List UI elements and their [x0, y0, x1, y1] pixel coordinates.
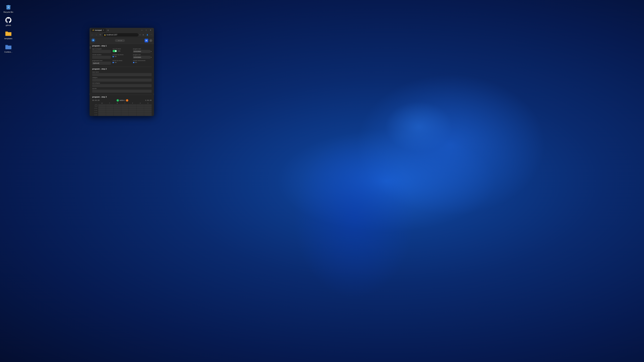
- program-start-calendar-icon[interactable]: ▾: [151, 51, 152, 52]
- include-assessments-radio-dot[interactable]: [133, 62, 134, 63]
- cell-1-m[interactable]: [98, 109, 106, 111]
- program-by-blocks-radio-dot[interactable]: [112, 56, 114, 57]
- day-header-W: W: [114, 102, 121, 104]
- schedule-header: 00:00:00 ‹ WEEK 1 › 0:00:00: [92, 99, 152, 102]
- cell-1-s2[interactable]: [144, 109, 152, 111]
- cell-h-t1[interactable]: [106, 104, 114, 106]
- header-action-button[interactable]: [144, 39, 148, 42]
- schedule-row-0: [98, 106, 152, 108]
- progression-level-select[interactable]: (optional): [92, 62, 111, 65]
- cell-3-m[interactable]: [98, 113, 106, 115]
- cell-0-w[interactable]: [114, 106, 121, 108]
- save-name-input[interactable]: [92, 73, 152, 76]
- cell-3-t1[interactable]: [106, 113, 114, 115]
- blocks-by-weeks-radio-dot[interactable]: [112, 62, 114, 63]
- overall-duration-label: overall duration: [92, 54, 111, 55]
- cell-0-t2[interactable]: [121, 106, 129, 108]
- cell-4-t2[interactable]: [121, 115, 129, 116]
- cell-0-m[interactable]: [98, 106, 106, 108]
- cell-4-m[interactable]: [98, 115, 106, 116]
- profile-button[interactable]: 👤: [146, 33, 149, 36]
- cell-h-s1[interactable]: [136, 104, 144, 106]
- reload-button[interactable]: ↻: [98, 33, 102, 36]
- forward-button[interactable]: →: [94, 33, 98, 36]
- cell-1-w[interactable]: [114, 109, 121, 111]
- cell-h-m[interactable]: [98, 104, 106, 106]
- cell-2-t1[interactable]: [106, 111, 114, 113]
- program-end-input[interactable]: [133, 56, 150, 59]
- cell-1-f[interactable]: [129, 109, 136, 111]
- svg-rect-10: [146, 41, 147, 41]
- back-button[interactable]: ←: [90, 33, 94, 36]
- cell-3-f[interactable]: [129, 113, 136, 115]
- program-end-calendar-icon[interactable]: ▾: [151, 56, 152, 58]
- desktop-icon-github[interactable]: gitHub: [2, 16, 15, 26]
- field-category: catagory: [92, 77, 152, 82]
- category-select[interactable]: [92, 79, 152, 82]
- cell-1-s1[interactable]: [136, 109, 144, 111]
- minimize-button[interactable]: —: [140, 29, 144, 31]
- day-header-F: F: [129, 102, 136, 104]
- use-one-block-toggle[interactable]: [112, 50, 117, 52]
- cell-4-s1[interactable]: [136, 115, 144, 116]
- week-prev-button[interactable]: ‹: [116, 99, 119, 102]
- cell-h-s2[interactable]: [144, 104, 152, 106]
- cell-4-s2[interactable]: [144, 115, 152, 116]
- maximize-button[interactable]: □: [144, 29, 148, 31]
- cell-h-w[interactable]: [114, 104, 121, 106]
- recycle-bin-label: Recycle Bin: [4, 11, 13, 13]
- cell-4-w[interactable]: [114, 115, 121, 116]
- sub-category-select[interactable]: [92, 84, 152, 87]
- nav-dot-3: [121, 40, 122, 41]
- field-use-one-block: use one block YES: [112, 48, 131, 53]
- desktop-icon-recycle-bin[interactable]: ♻ Recycle Bin: [2, 3, 15, 13]
- overall-duration-select[interactable]: [92, 56, 111, 59]
- tab-close-button[interactable]: ✕: [102, 29, 104, 31]
- cell-2-s2[interactable]: [144, 111, 152, 113]
- cell-2-w[interactable]: [114, 111, 121, 113]
- field-program-end: program end ▾: [133, 54, 152, 59]
- browser-tab-active[interactable]: ⚡ monopad ✕: [91, 28, 106, 32]
- cell-2-m[interactable]: [98, 111, 106, 113]
- select-all-checkbox[interactable]: [95, 104, 97, 107]
- cell-h-t2[interactable]: [121, 104, 129, 106]
- bookmark-button[interactable]: ☆: [139, 34, 141, 36]
- cell-3-t2[interactable]: [121, 113, 129, 115]
- templates-label: templates: [4, 37, 12, 40]
- cell-0-t1[interactable]: [106, 106, 114, 108]
- cell-4-t1[interactable]: [106, 115, 114, 116]
- program-start-input[interactable]: [133, 50, 150, 53]
- extensions-button[interactable]: ⚙: [142, 33, 145, 36]
- cell-0-s2[interactable]: [144, 106, 152, 108]
- desktop-icon-templates[interactable]: templates: [2, 30, 15, 40]
- nav-dot-1: [118, 40, 119, 41]
- cell-3-w[interactable]: [114, 113, 121, 115]
- desktop-icon-conferences[interactable]: Confere...: [2, 43, 15, 53]
- cell-1-t2[interactable]: [121, 109, 129, 111]
- menu-button[interactable]: ⋯: [150, 33, 153, 36]
- header-back-button[interactable]: ‹: [149, 39, 152, 42]
- type-of-program-select[interactable]: [92, 50, 111, 53]
- cell-1-t1[interactable]: [106, 109, 114, 111]
- cell-2-t2[interactable]: [121, 111, 129, 113]
- cell-4-f[interactable]: [129, 115, 136, 116]
- cell-2-f[interactable]: [129, 111, 136, 113]
- next-page-button[interactable]: ›: [154, 92, 154, 96]
- field-program-by-blocks: program by blocks NO: [112, 54, 131, 59]
- cell-h-f[interactable]: [129, 104, 136, 106]
- specific-select[interactable]: [92, 90, 152, 93]
- cell-2-s1[interactable]: [136, 111, 144, 113]
- cell-0-s1[interactable]: [136, 106, 144, 108]
- cell-3-s2[interactable]: [144, 113, 152, 115]
- new-tab-button[interactable]: +: [106, 28, 110, 32]
- header-nav: [115, 39, 125, 42]
- week-next-button[interactable]: ›: [126, 99, 128, 102]
- address-bar[interactable]: 🔒 localhost:1337: [103, 33, 138, 36]
- prev-page-button[interactable]: ‹: [90, 92, 90, 96]
- cell-0-f[interactable]: [129, 106, 136, 108]
- cell-3-s1[interactable]: [136, 113, 144, 115]
- close-button[interactable]: ✕: [148, 29, 152, 31]
- day-header-T1: T: [106, 102, 114, 104]
- app-logo: [91, 38, 95, 43]
- divider-2: [92, 95, 152, 95]
